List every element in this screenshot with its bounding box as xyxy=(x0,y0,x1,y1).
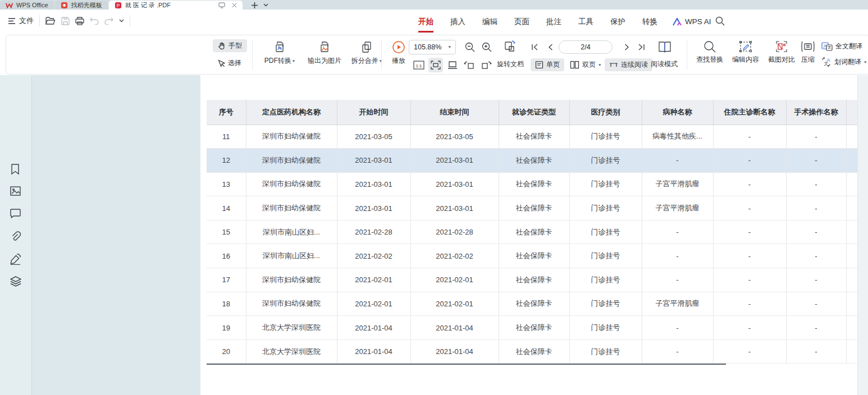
table-cell xyxy=(846,292,857,316)
edit-content-button[interactable]: 编辑内容 xyxy=(728,40,763,65)
tab-document-pdf[interactable]: P 就 医 记 录 .PDF xyxy=(109,1,243,10)
ribbon-tab-protect[interactable]: 保护 xyxy=(602,13,634,30)
word-translate-button[interactable]: 文A 划词翻译 ▾ xyxy=(821,57,867,67)
select-tool-button[interactable]: 选择 xyxy=(213,57,246,70)
table-row[interactable]: 15深圳市南山区妇...2021-02-282021-02-28社会保障卡门诊挂… xyxy=(207,220,857,244)
single-page-icon xyxy=(535,61,543,69)
vertical-scrollbar[interactable] xyxy=(857,75,868,395)
first-page-icon[interactable] xyxy=(527,40,542,54)
close-tab-icon[interactable] xyxy=(232,3,237,8)
file-menu-button[interactable]: 文件 xyxy=(8,16,34,26)
ribbon-tab-insert[interactable]: 插入 xyxy=(442,13,474,30)
last-page-icon[interactable] xyxy=(634,40,648,54)
table-cell: 14 xyxy=(207,196,246,221)
table-cell: 深圳市南山区妇... xyxy=(246,220,337,244)
rotate-document-icon[interactable] xyxy=(502,39,517,54)
wps-logo-icon xyxy=(6,2,13,9)
attachment-icon[interactable] xyxy=(10,231,21,242)
layers-icon[interactable] xyxy=(10,276,21,287)
fit-page-icon[interactable] xyxy=(445,58,460,72)
table-row[interactable]: 20北京大学深圳医院2021-01-042021-01-04社会保障卡门诊挂号-… xyxy=(207,339,857,364)
save-icon[interactable] xyxy=(61,17,70,25)
tab-wps-office[interactable]: WPS Office xyxy=(0,1,54,10)
new-tab-button[interactable] xyxy=(249,1,261,10)
previous-page-icon[interactable] xyxy=(543,40,558,54)
zoom-level-value: 105.88% xyxy=(414,43,441,51)
divider xyxy=(687,40,687,70)
rotate-document-button[interactable]: 旋转文档 xyxy=(497,59,524,69)
print-icon[interactable] xyxy=(75,17,84,25)
undo-icon[interactable] xyxy=(90,17,99,25)
ribbon-tab-convert[interactable]: 转换 xyxy=(634,13,666,30)
single-page-button[interactable]: 单页 xyxy=(531,58,564,71)
bookmark-icon[interactable] xyxy=(10,164,20,175)
edit-content-icon xyxy=(739,40,752,53)
ribbon-search-icon[interactable] xyxy=(715,16,725,26)
table-cell: 2021-02-02 xyxy=(410,244,499,268)
zoom-in-icon[interactable] xyxy=(479,40,494,54)
table-row[interactable]: 11深圳市妇幼保健院2021-03-052021-03-05社会保障卡门诊挂号病… xyxy=(207,125,857,149)
open-file-icon[interactable] xyxy=(45,17,56,25)
column-header: 病种名称 xyxy=(642,100,713,125)
signature-icon[interactable] xyxy=(10,254,21,265)
table-row[interactable]: 18深圳市妇幼保健院2021-02-012021-02-01社会保障卡门诊挂号子… xyxy=(207,292,857,316)
ribbon-tab-comment[interactable]: 批注 xyxy=(538,13,570,30)
table-cell: - xyxy=(642,220,713,244)
page-number-input[interactable]: 2/4 xyxy=(559,40,613,54)
find-replace-button[interactable]: 查找替换 xyxy=(692,40,727,65)
full-translate-button[interactable]: A 全文翻译 xyxy=(821,42,862,51)
present-icon[interactable] xyxy=(218,2,225,8)
play-label: 播放 xyxy=(392,56,405,66)
table-cell: 2021-02-28 xyxy=(410,220,499,244)
split-merge-label: 拆分合并 xyxy=(351,56,378,66)
divider xyxy=(381,40,382,70)
fit-width-icon[interactable] xyxy=(428,58,443,72)
next-page-icon[interactable] xyxy=(619,40,634,54)
quick-access-chevron-icon[interactable] xyxy=(119,19,124,22)
table-row[interactable]: 14深圳市妇幼保健院2021-03-012021-03-01社会保障卡门诊挂号子… xyxy=(207,196,857,221)
read-mode-icon[interactable] xyxy=(656,39,673,56)
read-mode-button[interactable]: 阅读模式 xyxy=(651,59,678,69)
column-header: 开始时间 xyxy=(337,100,410,125)
redo-icon[interactable] xyxy=(104,17,113,25)
zoom-out-icon[interactable] xyxy=(463,40,477,54)
rotate-left-icon[interactable] xyxy=(462,58,477,72)
hand-tool-button[interactable]: 手型 xyxy=(213,39,247,52)
actual-size-icon[interactable]: 1:1 xyxy=(412,58,426,72)
compress-button[interactable]: 压缩 xyxy=(796,40,820,65)
hand-tool-label: 手型 xyxy=(229,41,242,50)
pdf-file-icon: P xyxy=(115,2,122,9)
table-bottom-border xyxy=(207,364,726,365)
screenshot-compare-button[interactable]: 截图对比 xyxy=(764,40,799,65)
screenshot-compare-label: 截图对比 xyxy=(768,55,795,65)
double-page-button[interactable]: 双页 ▾ xyxy=(567,58,605,71)
zoom-level-select[interactable]: 105.88% ▾ xyxy=(409,40,456,54)
table-row[interactable]: 17深圳市妇幼保健院2021-02-012021-02-01社会保障卡门诊挂号-… xyxy=(207,268,857,292)
rotate-right-icon[interactable] xyxy=(479,58,494,72)
play-button[interactable]: 播放 xyxy=(387,40,410,66)
navigation-panel[interactable] xyxy=(31,75,200,395)
thumbnail-image-icon[interactable] xyxy=(10,186,21,196)
tab-label: 找稻壳模板 xyxy=(71,1,102,10)
pdf-page[interactable]: 序号定点医药机构名称开始时间结束时间就诊凭证类型医疗类别病种名称住院主诊断名称手… xyxy=(200,75,857,395)
export-image-button[interactable]: 输出为图片 xyxy=(303,40,346,66)
table-cell: - xyxy=(713,268,786,292)
tab-list-chevron-icon[interactable] xyxy=(261,1,272,10)
ribbon-tab-edit[interactable]: 编辑 xyxy=(474,13,506,30)
table-row[interactable]: 12深圳市妇幼保健院2021-03-012021-03-01社会保障卡门诊挂号-… xyxy=(207,149,857,173)
comment-icon[interactable] xyxy=(10,209,21,218)
table-row[interactable]: 19北京大学深圳医院2021-01-042021-01-04社会保障卡门诊挂号-… xyxy=(207,316,857,340)
tab-docer-templates[interactable]: 找稻壳模板 xyxy=(55,1,108,10)
ribbon-tab-home[interactable]: 开始 xyxy=(410,13,442,30)
ribbon-tab-page[interactable]: 页面 xyxy=(506,13,538,30)
edit-content-label: 编辑内容 xyxy=(732,55,759,65)
table-cell: 16 xyxy=(207,244,246,268)
continuous-read-button[interactable]: 连续阅读 xyxy=(605,58,652,71)
wps-ai-button[interactable]: WPS AI xyxy=(673,13,711,30)
table-cell: - xyxy=(713,244,786,268)
ribbon-tab-tools[interactable]: 工具 xyxy=(570,13,602,30)
table-row[interactable]: 13深圳市妇幼保健院2021-03-012021-03-01社会保障卡门诊挂号子… xyxy=(207,172,857,196)
pdf-convert-button[interactable]: PDF转换▾ xyxy=(258,40,301,66)
table-row[interactable]: 16深圳市南山区妇...2021-02-022021-02-02社会保障卡门诊挂… xyxy=(207,244,857,268)
find-replace-icon xyxy=(703,40,716,53)
